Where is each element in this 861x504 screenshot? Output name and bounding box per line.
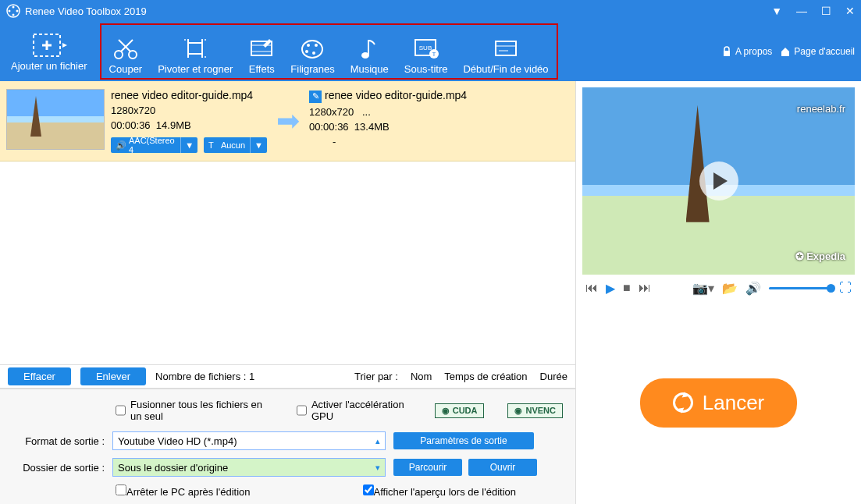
volume-slider[interactable] xyxy=(769,287,831,289)
svg-point-1 xyxy=(12,6,15,9)
add-file-button[interactable]: Ajouter un fichier xyxy=(6,32,92,72)
text-icon: T xyxy=(208,140,214,150)
nvenc-badge: ◉ NVENC xyxy=(507,403,563,418)
dst-duration-size: 00:00:36 13.4MB xyxy=(309,121,467,133)
svg-point-24 xyxy=(315,44,318,47)
audio-track-chip[interactable]: 🔊AAC(Stereo 4▼ xyxy=(111,137,197,153)
crop-icon xyxy=(182,35,208,62)
music-note-icon xyxy=(358,35,380,62)
launch-button[interactable]: Lancer xyxy=(640,378,798,428)
toolbar: Ajouter un fichier Couper Pivoter et rog… xyxy=(0,22,861,81)
open-folder-button[interactable]: 📂 xyxy=(722,281,738,296)
refresh-icon xyxy=(673,392,693,413)
src-duration-size: 00:00:36 14.9MB xyxy=(111,119,267,131)
file-row[interactable]: renee video editor-guide.mp4 1280x720 00… xyxy=(0,81,575,161)
svg-marker-8 xyxy=(62,43,67,48)
maximize-icon[interactable]: ☐ xyxy=(821,5,831,17)
next-button[interactable]: ⏭ xyxy=(639,281,651,295)
file-thumbnail xyxy=(6,89,105,150)
intro-outro-button[interactable]: Début/Fin de vidéo xyxy=(455,25,556,84)
subtitle-button[interactable]: SUBT Sous-titre xyxy=(397,25,456,84)
edit-icon[interactable]: ✎ xyxy=(309,91,322,103)
subtitle-icon: SUBT xyxy=(413,35,439,62)
dst-filename: ✎renee video editor-guide.mp4 xyxy=(309,89,467,103)
titlebar: Renee Video Toolbox 2019 ▼ ― ☐ ✕ xyxy=(0,0,861,22)
svg-point-23 xyxy=(307,44,310,47)
watermark-top: reneelab.fr xyxy=(797,103,845,115)
arrow-icon: ➡ xyxy=(273,89,303,153)
svg-rect-13 xyxy=(188,43,202,54)
add-file-label: Ajouter un fichier xyxy=(11,60,87,72)
svg-point-18 xyxy=(205,56,206,58)
svg-text:T: T xyxy=(432,51,436,58)
sort-by-time[interactable]: Temps de création xyxy=(444,371,527,382)
snapshot-button[interactable]: 📷▾ xyxy=(692,281,714,296)
sort-label: Trier par : xyxy=(354,371,398,382)
watermark-button[interactable]: Filigranes xyxy=(283,25,342,84)
svg-point-17 xyxy=(205,39,206,41)
svg-rect-35 xyxy=(724,51,730,56)
svg-rect-32 xyxy=(496,41,516,55)
svg-line-11 xyxy=(121,40,133,51)
subtitle-chip[interactable]: T Aucun▼ xyxy=(204,137,267,153)
src-filename: renee video editor-guide.mp4 xyxy=(111,89,267,101)
svg-point-4 xyxy=(16,10,19,12)
add-file-icon xyxy=(31,32,67,59)
svg-point-25 xyxy=(305,50,308,53)
svg-point-22 xyxy=(302,41,322,58)
svg-point-16 xyxy=(184,39,186,41)
cut-button[interactable]: Couper xyxy=(101,25,151,84)
speaker-icon: 🔊 xyxy=(116,140,126,151)
intro-outro-icon xyxy=(493,35,519,62)
svg-point-26 xyxy=(312,51,315,55)
src-resolution: 1280x720 xyxy=(111,105,267,116)
effects-button[interactable]: Effets xyxy=(240,25,283,84)
scissors-icon xyxy=(112,35,139,62)
stop-button[interactable]: ■ xyxy=(623,281,631,295)
file-count: Nombre de fichiers : 1 xyxy=(155,371,254,382)
gpu-checkbox[interactable]: Activer l'accélération GPU xyxy=(297,399,411,422)
browse-button[interactable]: Parcourir xyxy=(393,459,462,476)
home-link[interactable]: Page d'accueil xyxy=(780,46,855,57)
output-format-combo[interactable]: Youtube Video HD (*.mp4) xyxy=(112,431,386,450)
prev-button[interactable]: ⏮ xyxy=(585,281,598,295)
play-button[interactable]: ▶ xyxy=(606,281,615,296)
effects-icon xyxy=(248,35,275,62)
dst-dash: - xyxy=(309,136,467,147)
merge-checkbox[interactable]: Fusionner tous les fichiers en un seul xyxy=(116,399,273,422)
app-logo-icon xyxy=(6,4,20,18)
rotate-crop-button[interactable]: Pivoter et rogner xyxy=(150,25,240,84)
about-link[interactable]: A propos xyxy=(721,46,772,57)
volume-icon[interactable]: 🔊 xyxy=(745,281,761,296)
shutdown-checkbox[interactable]: Arrêter le PC après l'édition xyxy=(116,484,251,498)
svg-text:SUB: SUB xyxy=(418,44,431,51)
folder-label: Dossier de sortie : xyxy=(12,462,105,474)
toolbar-highlight: Couper Pivoter et rogner Effets Filigran… xyxy=(100,23,558,80)
palette-icon xyxy=(299,35,326,62)
app-title: Renee Video Toolbox 2019 xyxy=(25,5,147,17)
close-icon[interactable]: ✕ xyxy=(845,5,855,17)
video-controls: ⏮ ▶ ■ ⏭ 📷▾ 📂 🔊 ⛶ xyxy=(576,275,861,301)
list-footer: Effacer Enlever Nombre de fichiers : 1 T… xyxy=(0,364,575,388)
open-button[interactable]: Ouvrir xyxy=(468,459,537,476)
format-label: Format de sortie : xyxy=(12,435,105,447)
sort-by-duration[interactable]: Durée xyxy=(540,371,567,382)
sort-by-name[interactable]: Nom xyxy=(411,371,432,382)
remove-button[interactable]: Enlever xyxy=(80,367,146,385)
fullscreen-button[interactable]: ⛶ xyxy=(839,281,852,295)
minimize-icon[interactable]: ― xyxy=(796,5,807,17)
clear-button[interactable]: Effacer xyxy=(8,367,71,385)
output-params-button[interactable]: Paramètres de sortie xyxy=(393,432,534,449)
menu-down-icon[interactable]: ▼ xyxy=(771,5,782,17)
svg-line-12 xyxy=(119,40,130,51)
lock-icon xyxy=(721,46,732,57)
dst-resolution: 1280x720 ... xyxy=(309,106,467,118)
preview-panel: reneelab.fr ✪ Expedia xyxy=(582,87,855,275)
play-overlay-button[interactable] xyxy=(699,161,738,201)
music-button[interactable]: Musique xyxy=(343,25,397,84)
output-folder-combo[interactable]: Sous le dossier d'origine xyxy=(112,458,386,477)
svg-point-3 xyxy=(9,10,11,12)
preview-checkbox[interactable]: Afficher l'aperçu lors de l'édition xyxy=(363,484,517,498)
cuda-badge: ◉ CUDA xyxy=(435,403,485,418)
watermark-bottom: ✪ Expedia xyxy=(795,250,845,262)
